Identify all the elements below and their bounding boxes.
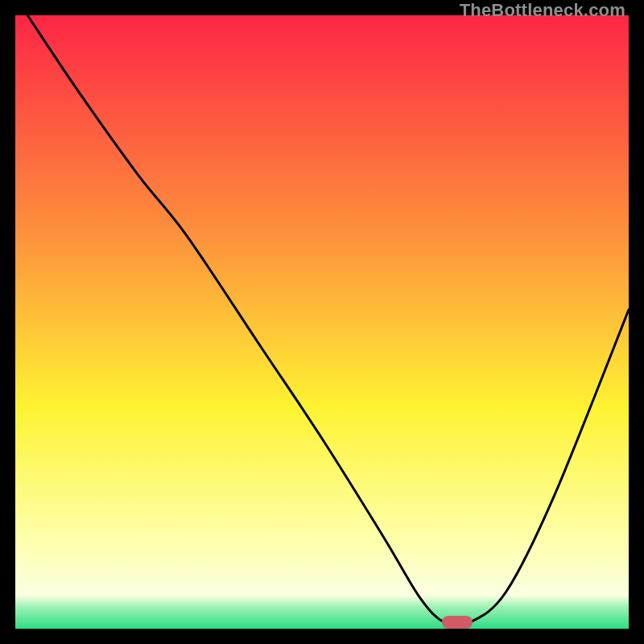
- bottleneck-chart: [15, 15, 629, 629]
- chart-frame: [15, 15, 629, 629]
- watermark-text: TheBottleneck.com: [460, 0, 625, 21]
- optimal-point-marker: [442, 616, 473, 629]
